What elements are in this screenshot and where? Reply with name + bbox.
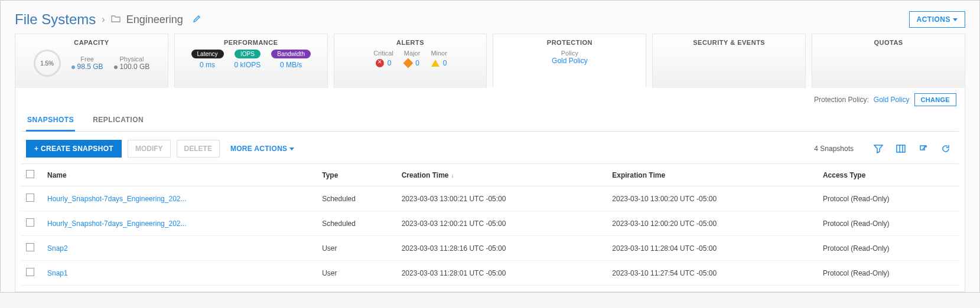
breadcrumb-root[interactable]: File Systems bbox=[15, 11, 96, 28]
cell-type: User bbox=[317, 236, 397, 261]
breadcrumb-current: Engineering bbox=[126, 14, 183, 26]
plus-icon: + bbox=[34, 145, 41, 153]
iops-pill: IOPS bbox=[235, 50, 261, 58]
tab-protection[interactable]: PROTECTION Policy Gold Policy bbox=[493, 34, 646, 88]
alerts-critical-value: 0 bbox=[388, 59, 392, 67]
cell-expiration: 2023-03-10 11:27:54 UTC -05:00 bbox=[607, 261, 818, 286]
cell-type: User bbox=[317, 261, 397, 286]
tab-capacity[interactable]: CAPACITY 1.5% Free 98.5 GB Physical 100.… bbox=[15, 34, 168, 88]
col-expiration[interactable]: Expiration Time bbox=[607, 164, 818, 186]
table-row: Hourly_Snapshot-7days_Engineering_202...… bbox=[21, 186, 959, 211]
cell-creation: 2023-03-03 12:00:21 UTC -05:00 bbox=[397, 211, 608, 236]
snapshot-name-link[interactable]: Snap1 bbox=[47, 269, 68, 277]
cell-type: Scheduled bbox=[317, 211, 397, 236]
tab-alerts-title: ALERTS bbox=[396, 39, 424, 46]
tab-performance[interactable]: PERFORMANCE Latency 0 ms IOPS 0 kIOPS Ba… bbox=[174, 34, 328, 88]
protection-policy-value: Gold Policy bbox=[552, 57, 588, 65]
cell-creation: 2023-03-03 11:28:01 UTC -05:00 bbox=[397, 261, 608, 286]
modify-button: MODIFY bbox=[128, 140, 171, 158]
snapshot-count: 4 Snapshots bbox=[814, 145, 854, 153]
filter-icon[interactable] bbox=[874, 144, 883, 153]
caret-down-icon bbox=[953, 18, 958, 21]
snapshot-name-link[interactable]: Snap2 bbox=[47, 244, 68, 253]
actions-label: ACTIONS bbox=[917, 15, 951, 24]
tab-alerts[interactable]: ALERTS Critical 0 Major 0 Minor 0 bbox=[334, 34, 487, 88]
folder-icon bbox=[111, 15, 121, 25]
protection-policy-label: Policy bbox=[552, 50, 588, 57]
latency-value: 0 ms bbox=[200, 61, 215, 69]
cell-access: Protocol (Read-Only) bbox=[818, 211, 959, 236]
critical-icon bbox=[376, 59, 384, 67]
cell-creation: 2023-03-03 13:00:21 UTC -05:00 bbox=[397, 186, 608, 211]
table-row: Snap2User2023-03-03 11:28:16 UTC -05:002… bbox=[21, 236, 959, 261]
svg-rect-0 bbox=[897, 145, 905, 152]
pencil-icon[interactable] bbox=[193, 15, 201, 25]
row-checkbox[interactable] bbox=[26, 243, 34, 251]
iops-value: 0 kIOPS bbox=[235, 61, 261, 69]
tab-quotas[interactable]: QUOTAS bbox=[812, 34, 965, 88]
cell-access: Protocol (Read-Only) bbox=[818, 236, 959, 261]
columns-icon[interactable] bbox=[896, 144, 906, 153]
chevron-right-icon: › bbox=[102, 14, 105, 25]
export-icon[interactable] bbox=[919, 144, 928, 153]
row-checkbox[interactable] bbox=[26, 218, 34, 227]
capacity-physical-label: Physical bbox=[119, 55, 144, 63]
tab-quotas-title: QUOTAS bbox=[874, 39, 903, 46]
refresh-icon[interactable] bbox=[941, 144, 950, 153]
cell-creation: 2023-03-03 11:28:16 UTC -05:00 bbox=[397, 236, 608, 261]
policy-line-label: Protection Policy: bbox=[814, 96, 869, 104]
bandwidth-value: 0 MB/s bbox=[280, 61, 302, 69]
snapshot-name-link[interactable]: Hourly_Snapshot-7days_Engineering_202... bbox=[47, 195, 187, 203]
delete-button: DELETE bbox=[177, 140, 220, 158]
breadcrumb: File Systems › Engineering bbox=[15, 11, 201, 28]
col-name[interactable]: Name bbox=[43, 164, 317, 186]
tab-capacity-title: CAPACITY bbox=[74, 39, 109, 46]
tab-protection-title: PROTECTION bbox=[547, 39, 592, 46]
policy-line-link[interactable]: Gold Policy bbox=[874, 96, 910, 104]
row-checkbox[interactable] bbox=[26, 268, 34, 276]
alerts-critical-label: Critical bbox=[373, 50, 393, 57]
change-policy-button[interactable]: CHANGE bbox=[914, 93, 956, 106]
cell-expiration: 2023-03-10 11:28:04 UTC -05:00 bbox=[607, 236, 818, 261]
table-row: Hourly_Snapshot-7days_Engineering_202...… bbox=[21, 211, 959, 236]
cell-access: Protocol (Read-Only) bbox=[818, 261, 959, 286]
capacity-physical-value: 100.0 GB bbox=[114, 63, 150, 71]
snapshots-table: Name Type Creation Time↓ Expiration Time… bbox=[21, 163, 959, 286]
cell-expiration: 2023-03-10 13:00:20 UTC -05:00 bbox=[607, 186, 818, 211]
caret-down-icon bbox=[289, 148, 294, 150]
subtab-replication[interactable]: REPLICATION bbox=[92, 110, 145, 131]
capacity-free-value: 98.5 GB bbox=[71, 63, 103, 71]
cell-expiration: 2023-03-10 12:00:20 UTC -05:00 bbox=[607, 211, 818, 236]
minor-icon bbox=[431, 60, 439, 67]
more-actions-dropdown[interactable]: MORE ACTIONS bbox=[230, 145, 295, 153]
tab-security-title: SECURITY & EVENTS bbox=[693, 39, 765, 46]
subtab-snapshots[interactable]: SNAPSHOTS bbox=[26, 110, 75, 132]
col-access[interactable]: Access Type bbox=[818, 164, 959, 186]
actions-dropdown[interactable]: ACTIONS bbox=[909, 11, 966, 28]
alerts-minor-value: 0 bbox=[443, 59, 447, 67]
major-icon bbox=[403, 58, 414, 68]
create-snapshot-button[interactable]: + CREATE SNAPSHOT bbox=[26, 140, 122, 158]
sort-desc-icon: ↓ bbox=[451, 172, 454, 179]
alerts-major-value: 0 bbox=[415, 59, 419, 67]
row-checkbox[interactable] bbox=[26, 194, 34, 202]
bandwidth-pill: Bandwidth bbox=[271, 50, 311, 58]
alerts-major-label: Major bbox=[404, 50, 421, 57]
cell-type: Scheduled bbox=[317, 186, 397, 211]
tab-performance-title: PERFORMANCE bbox=[224, 39, 278, 46]
capacity-free-label: Free bbox=[80, 55, 94, 63]
table-row: Snap1User2023-03-03 11:28:01 UTC -05:002… bbox=[21, 261, 959, 286]
col-creation[interactable]: Creation Time↓ bbox=[397, 164, 608, 186]
select-all-checkbox[interactable] bbox=[26, 170, 34, 178]
cell-access: Protocol (Read-Only) bbox=[818, 186, 959, 211]
tab-security-events[interactable]: SECURITY & EVENTS bbox=[652, 34, 806, 88]
col-type[interactable]: Type bbox=[317, 164, 397, 186]
alerts-minor-label: Minor bbox=[431, 50, 447, 57]
snapshot-name-link[interactable]: Hourly_Snapshot-7days_Engineering_202... bbox=[47, 219, 187, 228]
capacity-donut: 1.5% bbox=[34, 50, 61, 77]
latency-pill: Latency bbox=[191, 50, 224, 58]
